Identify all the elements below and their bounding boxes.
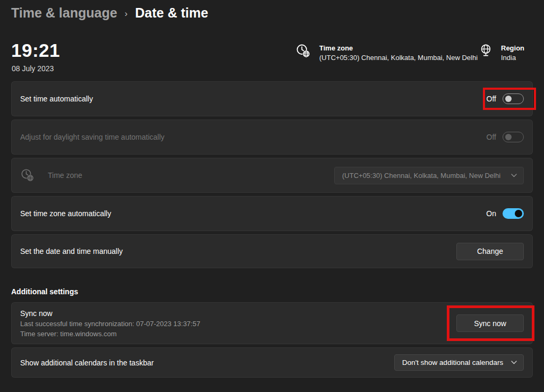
daylight-saving-label: Adjust for daylight saving time automati… — [20, 133, 165, 141]
set-time-automatically-state: Off — [487, 95, 496, 103]
additional-calendars-selected: Don't show additional calendars — [402, 359, 503, 367]
current-date: 08 July 2023 — [12, 64, 54, 73]
breadcrumb-parent[interactable]: Time & language — [11, 5, 117, 21]
hero-time-zone-value: (UTC+05:30) Chennai, Kolkata, Mumbai, Ne… — [319, 54, 478, 62]
daylight-saving-toggle — [503, 132, 524, 142]
additional-calendars-label: Show additional calendars in the taskbar — [20, 359, 154, 367]
set-time-automatically-label: Set time automatically — [20, 95, 93, 103]
set-time-zone-automatically-label: Set time zone automatically — [20, 209, 111, 218]
set-time-zone-automatically-state: On — [486, 209, 496, 218]
hero-time-zone: Time zone (UTC+05:30) Chennai, Kolkata, … — [295, 43, 478, 62]
row-sync-now: Sync now Last successful time synchroniz… — [11, 302, 533, 344]
breadcrumb: Time & language › Date & time — [11, 5, 208, 21]
row-set-time-automatically: Set time automatically Off — [11, 81, 533, 116]
globe-icon — [479, 43, 493, 62]
sync-now-label: Sync now — [20, 309, 200, 318]
clock-globe-icon — [20, 168, 35, 183]
row-time-zone: Time zone (UTC+05:30) Chennai, Kolkata, … — [11, 158, 533, 193]
row-set-date-time-manually: Set the date and time manually Change — [11, 234, 533, 268]
section-title-additional-settings: Additional settings — [11, 287, 533, 296]
row-set-time-zone-automatically: Set time zone automatically On — [11, 196, 533, 231]
set-time-automatically-toggle[interactable] — [503, 93, 524, 104]
last-sync-text: Last successful time synchronization: 07… — [20, 320, 200, 328]
time-zone-selected: (UTC+05:30) Chennai, Kolkata, Mumbai, Ne… — [342, 172, 500, 180]
row-additional-calendars: Show additional calendars in the taskbar… — [11, 347, 533, 378]
settings-list: Set time automatically Off Adjust for da… — [11, 81, 533, 381]
hero-region: Region India — [479, 43, 524, 62]
current-time: 19:21 — [11, 40, 60, 61]
set-time-zone-automatically-toggle[interactable] — [503, 208, 524, 219]
set-date-time-manually-label: Set the date and time manually — [20, 247, 123, 255]
clock-globe-icon — [295, 43, 311, 62]
hero-time-zone-label: Time zone — [319, 44, 478, 52]
change-button[interactable]: Change — [456, 243, 524, 260]
chevron-down-icon — [511, 361, 517, 364]
page-title: Date & time — [135, 5, 208, 21]
additional-calendars-dropdown[interactable]: Don't show additional calendars — [394, 354, 524, 371]
chevron-down-icon — [511, 174, 517, 177]
hero-region-label: Region — [501, 44, 524, 52]
row-daylight-saving: Adjust for daylight saving time automati… — [11, 120, 533, 155]
time-server-text: Time server: time.windows.com — [20, 330, 200, 338]
chevron-right-icon: › — [125, 8, 128, 19]
daylight-saving-state: Off — [487, 133, 496, 141]
time-zone-dropdown: (UTC+05:30) Chennai, Kolkata, Mumbai, Ne… — [334, 167, 524, 184]
sync-now-button[interactable]: Sync now — [456, 314, 524, 332]
hero-region-value: India — [501, 54, 524, 62]
time-zone-label: Time zone — [48, 171, 82, 180]
